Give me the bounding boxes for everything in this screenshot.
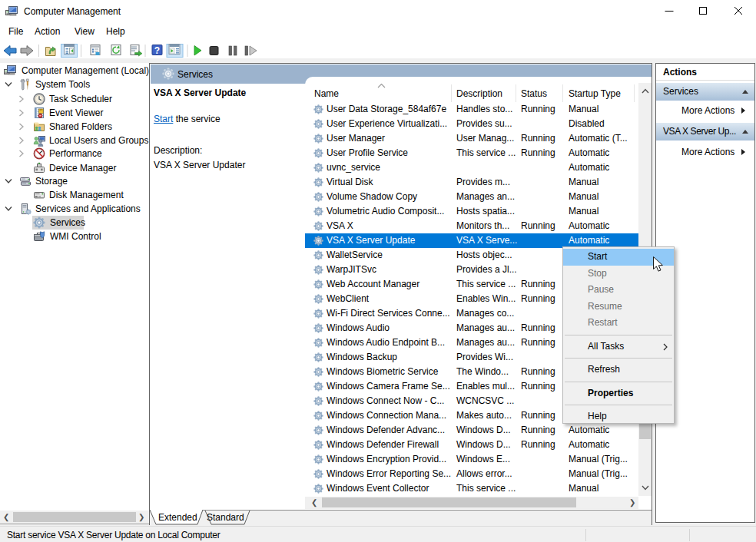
svg-text:?: ? bbox=[154, 45, 160, 56]
